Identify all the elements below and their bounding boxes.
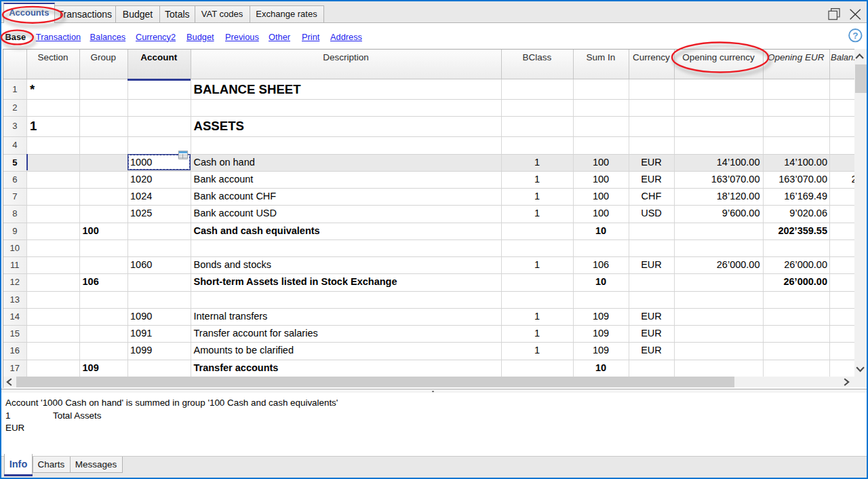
svg-text:?: ? [852,31,858,41]
